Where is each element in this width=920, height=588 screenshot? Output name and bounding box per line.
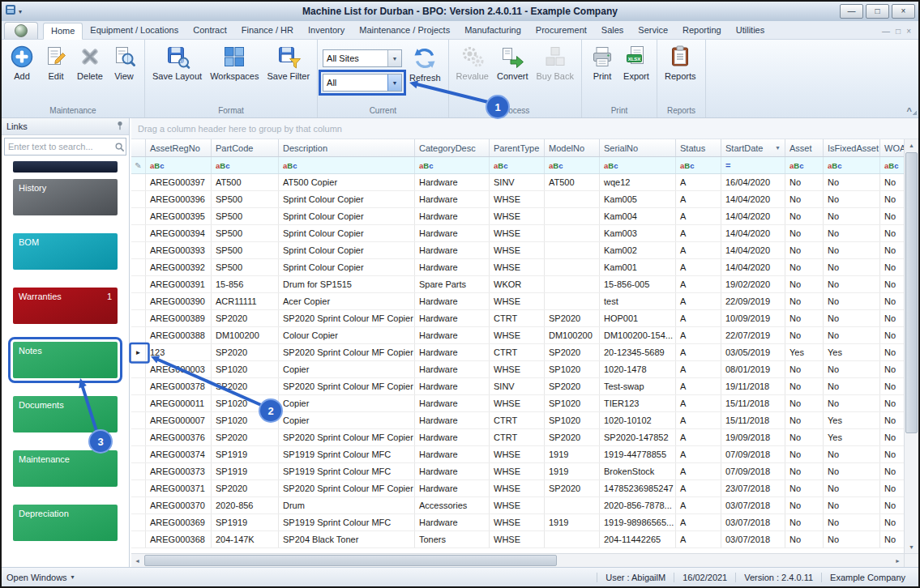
- grid-cell[interactable]: DM100200: [545, 327, 600, 343]
- scroll-up-icon[interactable]: ▲: [905, 139, 918, 151]
- row-indicator-cell[interactable]: [131, 327, 146, 343]
- grid-cell[interactable]: SP2020 Sprint Colour MF Copier: [279, 344, 415, 360]
- grid-cell[interactable]: No: [785, 191, 824, 207]
- grid-cell[interactable]: 08/01/2019: [721, 361, 785, 377]
- grid-cell[interactable]: 03/07/2018: [721, 514, 785, 530]
- column-header-partcode[interactable]: PartCode: [212, 139, 279, 156]
- grid-cell[interactable]: Sprint Colour Copier: [279, 208, 415, 224]
- grid-row[interactable]: AREG000389SP2020SP2020 Sprint Colour MF …: [131, 310, 904, 327]
- save-filter-button[interactable]: Save Filter: [263, 41, 314, 81]
- grid-cell[interactable]: A: [676, 361, 721, 377]
- grid-cell[interactable]: WHSE: [490, 361, 545, 377]
- grid-row[interactable]: AREG000393SP500Sprint Colour CopierHardw…: [131, 242, 904, 259]
- grid-cell[interactable]: Yes: [824, 344, 880, 360]
- grid-cell[interactable]: SP2020: [212, 480, 279, 496]
- grid-cell[interactable]: Hardware: [415, 327, 490, 343]
- grid-cell[interactable]: AT500 Copier: [279, 174, 415, 190]
- grid-cell[interactable]: AT500: [545, 174, 600, 190]
- quick-access-caret-icon[interactable]: ▾: [19, 8, 22, 15]
- grid-cell[interactable]: No: [880, 259, 904, 275]
- edit-button[interactable]: Edit: [39, 41, 73, 81]
- grid-cell[interactable]: 22/07/2019: [721, 327, 785, 343]
- save-layout-button[interactable]: Save Layout: [148, 41, 206, 81]
- sidebar-tile-documents[interactable]: Documents: [13, 396, 118, 432]
- grid-row[interactable]: AREG000394SP500Sprint Colour CopierHardw…: [131, 225, 904, 242]
- tab-sales[interactable]: Sales: [594, 23, 631, 39]
- grid-cell[interactable]: SINV: [490, 174, 545, 190]
- filter-cell-categorydesc[interactable]: aBc: [415, 157, 490, 173]
- row-indicator-cell[interactable]: [131, 174, 146, 190]
- grid-cell[interactable]: A: [676, 378, 721, 394]
- grid-cell[interactable]: 1919-44778855: [600, 446, 676, 462]
- grid-cell[interactable]: Kam003: [600, 225, 676, 241]
- export-button[interactable]: XLSX Export: [619, 41, 653, 81]
- maximize-button[interactable]: □: [866, 4, 889, 19]
- grid-cell[interactable]: No: [785, 395, 824, 411]
- grid-cell[interactable]: 14/04/2020: [721, 259, 785, 275]
- grid-cell[interactable]: 14/04/2020: [721, 242, 785, 258]
- grid-cell[interactable]: No: [880, 514, 904, 530]
- grid-row[interactable]: AREG0003702020-856DrumAccessoriesWHSE202…: [131, 497, 904, 514]
- grid-cell[interactable]: No: [880, 174, 904, 190]
- scroll-down-icon[interactable]: ▼: [905, 541, 918, 553]
- grid-cell[interactable]: SP2020: [212, 310, 279, 326]
- grid-cell[interactable]: WHSE: [490, 514, 545, 530]
- grid-cell[interactable]: AREG000003: [146, 361, 212, 377]
- grid-row[interactable]: AREG000392SP500Sprint Colour CopierHardw…: [131, 259, 904, 276]
- grid-cell[interactable]: A: [676, 344, 721, 360]
- grid-filter-dropdown[interactable]: All ▼: [323, 74, 402, 92]
- grid-cell[interactable]: Kam005: [600, 191, 676, 207]
- group-dialog-launcher[interactable]: [913, 111, 917, 115]
- grid-cell[interactable]: [545, 242, 600, 258]
- grid-cell[interactable]: Hardware: [415, 208, 490, 224]
- grid-row[interactable]: AREG000011SP1020CopierHardwareWHSESP1020…: [131, 395, 904, 412]
- grid-cell[interactable]: Sprint Colour Copier: [279, 242, 415, 258]
- grid-cell[interactable]: WHSE: [490, 395, 545, 411]
- grid-cell[interactable]: No: [880, 225, 904, 241]
- grid-cell[interactable]: No: [880, 327, 904, 343]
- grid-cell[interactable]: Hardware: [415, 310, 490, 326]
- grid-row[interactable]: AREG000396SP500Sprint Colour CopierHardw…: [131, 191, 904, 208]
- grid-cell[interactable]: WHSE: [490, 293, 545, 309]
- grid-cell[interactable]: No: [880, 412, 904, 428]
- app-icon[interactable]: [5, 4, 16, 19]
- grid-cell[interactable]: AREG000389: [146, 310, 212, 326]
- grid-cell[interactable]: A: [676, 446, 721, 462]
- grid-cell[interactable]: AREG000007: [146, 412, 212, 428]
- tab-service[interactable]: Service: [631, 23, 675, 39]
- filter-cell-assetregno[interactable]: aBc: [146, 157, 212, 173]
- sidebar-tile-maintenance[interactable]: Maintenance: [13, 450, 118, 487]
- grid-cell[interactable]: A: [676, 463, 721, 479]
- grid-cell[interactable]: No: [824, 395, 880, 411]
- grid-cell[interactable]: SP2020 Sprint Colour MF Copier: [279, 378, 415, 394]
- grid-cell[interactable]: 19/02/2020: [721, 276, 785, 292]
- grid-cell[interactable]: 16/04/2020: [721, 174, 785, 190]
- grid-cell[interactable]: No: [824, 463, 880, 479]
- grid-cell[interactable]: Hardware: [415, 378, 490, 394]
- grid-cell[interactable]: No: [880, 191, 904, 207]
- grid-cell[interactable]: AREG000371: [146, 480, 212, 496]
- grid-cell[interactable]: DM100200-154...: [600, 327, 676, 343]
- grid-cell[interactable]: Hardware: [415, 191, 490, 207]
- grid-cell[interactable]: Hardware: [415, 174, 490, 190]
- grid-cell[interactable]: A: [676, 395, 721, 411]
- sidebar-tile-partial[interactable]: [13, 161, 118, 173]
- grid-cell[interactable]: [545, 531, 600, 548]
- tab-home[interactable]: Home: [43, 23, 83, 40]
- grid-cell[interactable]: [545, 293, 600, 309]
- grid-cell[interactable]: No: [824, 327, 880, 343]
- filter-cell-isfixedasset[interactable]: aBc: [824, 157, 880, 173]
- grid-cell[interactable]: No: [880, 497, 904, 513]
- grid-cell[interactable]: 03/07/2018: [721, 531, 785, 548]
- row-indicator-cell[interactable]: [131, 463, 146, 479]
- search-icon[interactable]: [113, 142, 126, 152]
- grid-cell[interactable]: WHSE: [490, 463, 545, 479]
- grid-cell[interactable]: 22/09/2019: [721, 293, 785, 309]
- grid-cell[interactable]: No: [880, 446, 904, 462]
- grid-cell[interactable]: [545, 191, 600, 207]
- tab-manufacturing[interactable]: Manufacturing: [457, 23, 528, 39]
- tab-contract[interactable]: Contract: [186, 23, 234, 39]
- open-windows-button[interactable]: Open Windows ▾: [6, 573, 75, 582]
- scroll-left-icon[interactable]: ◄: [131, 555, 143, 566]
- grid-cell[interactable]: No: [880, 429, 904, 445]
